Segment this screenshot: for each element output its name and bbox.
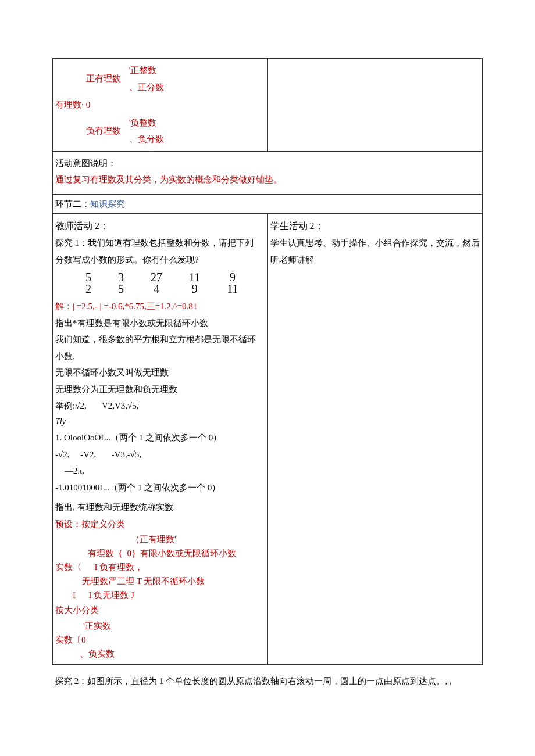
solution-line: 解：| =2.5,- | =-0.6,*6.75,三=1.2,^=0.81 (55, 298, 265, 315)
preset-label: 预设：按定义分类 (55, 516, 265, 533)
t-l7: 1. OloolOoOL..（两个 1 之间依次多一个 0） (55, 429, 265, 446)
explore1-l2: 分数写成小数的形式。你有什么发现? (55, 252, 265, 268)
activity-cell: 活动意图说明： 通过复习有理数及其分类，为实数的概念和分类做好铺垫。 (53, 151, 483, 194)
teacher-title: 教师活动 2： (55, 217, 265, 235)
t-l9: 指出, 有理数和无理数统称实数. (55, 499, 265, 516)
rational-number-tree-row: 有理数· 正有理数 '正整数 、正分数 0 负有理数 '负整数 、负分数 (53, 59, 483, 152)
activity-desc: 通过复习有理数及其分类，为实数的概念和分类做好铺垫。 (55, 171, 480, 188)
fractions-row: 52 35 274 119 911 (55, 268, 265, 298)
t-l3: 小数. (55, 348, 265, 365)
t-l8: -1.01001000L..（两个 1 之间依次多一个 0） (55, 479, 265, 496)
activity-row: 活动意图说明： 通过复习有理数及其分类，为实数的概念和分类做好铺垫。 (53, 151, 483, 194)
t-l5: 无理数分为正无理数和负无理数 (55, 381, 265, 398)
fraction-4: 119 (188, 271, 201, 295)
t-italic: Tly (55, 414, 265, 430)
activity2-row: 教师活动 2： 探究 1：我们知道有理数包括整数和分数，请把下列 分数写成小数的… (53, 214, 483, 665)
fraction-1: 52 (84, 271, 92, 295)
teacher-activity-cell: 教师活动 2： 探究 1：我们知道有理数包括整数和分数，请把下列 分数写成小数的… (53, 214, 268, 665)
section2-prefix: 环节二： (55, 199, 90, 209)
student-body: 学生认真思考、动手操作、小组合作探究，交流，然后听老师讲解 (270, 235, 480, 268)
student-activity-cell: 学生活动 2： 学生认真思考、动手操作、小组合作探究，交流，然后听老师讲解 (268, 214, 483, 665)
t-l4: 无限不循环小数又叫做无理数 (55, 364, 265, 381)
rational-tree-cell: 有理数· 正有理数 '正整数 、正分数 0 负有理数 '负整数 、负分数 (53, 59, 268, 152)
size-label: 按大小分类 (55, 602, 265, 619)
rational-tree: 有理数· 正有理数 '正整数 、正分数 0 负有理数 '负整数 、负分数 (55, 62, 265, 148)
fraction-3: 274 (149, 271, 163, 295)
section2-cell: 环节二：知识探究 (53, 194, 483, 214)
t-neg-row: -√2, -V2, -V3,-√5, (55, 446, 265, 463)
rational-tree-right-cell (268, 59, 483, 152)
t-l6: 举例:√2, V2,V3,√5, (55, 397, 265, 414)
tree-definition: （正有理数' 有理数｛ 0｝有限小数或无限循环小数 实数〈 I 负有理数， 无理… (55, 532, 265, 602)
tree-size: '正实数 实数〔0 、负实数 (55, 619, 265, 661)
section2-row: 环节二：知识探究 (53, 194, 483, 214)
fraction-5: 911 (226, 271, 239, 295)
section2-title: 知识探究 (90, 199, 125, 209)
student-title: 学生活动 2： (270, 217, 480, 235)
activity-label: 活动意图说明： (55, 155, 480, 172)
t-l1: 指出*有理数是有限小数或无限循环小数 (55, 315, 265, 332)
explore2-text: 探究 2：如图所示，直径为 1 个单位长度的圆从原点沿数轴向右滚动一周，圆上的一… (52, 673, 483, 690)
t-neg2: —2π, (55, 463, 265, 479)
fraction-2: 35 (117, 271, 125, 295)
explore1-l1: 探究 1：我们知道有理数包括整数和分数，请把下列 (55, 235, 265, 252)
t-l2: 我们知道，很多数的平方根和立方根都是无限不循环 (55, 331, 265, 348)
